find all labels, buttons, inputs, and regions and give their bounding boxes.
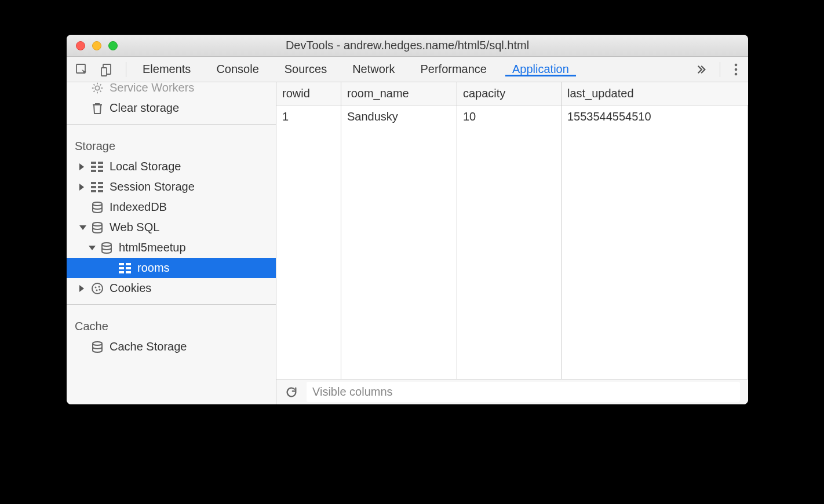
data-grid-header: rowid room_name capacity last_updated xyxy=(276,82,748,105)
svg-rect-15 xyxy=(91,186,96,188)
sidebar-label: Local Storage xyxy=(110,160,181,173)
sidebar-item-database[interactable]: html5meetup xyxy=(67,238,276,258)
table-icon xyxy=(119,262,132,275)
svg-rect-8 xyxy=(98,162,103,164)
data-grid-body: 1 Sandusky 10 1553544554510 xyxy=(276,105,748,379)
svg-rect-9 xyxy=(91,166,96,168)
column-header-last-updated[interactable]: last_updated xyxy=(562,82,748,105)
svg-rect-18 xyxy=(98,190,103,192)
maximize-window-button[interactable] xyxy=(108,41,118,50)
column-header-rowid[interactable]: rowid xyxy=(276,82,341,105)
sidebar-label: Clear storage xyxy=(110,101,179,115)
svg-point-6 xyxy=(95,86,99,90)
svg-point-20 xyxy=(93,222,102,226)
visible-columns-input[interactable] xyxy=(307,382,740,402)
sidebar-label: Service Workers xyxy=(110,82,194,94)
sidebar-item-session-storage[interactable]: Session Storage xyxy=(67,177,276,197)
svg-point-3 xyxy=(735,63,738,66)
column-header-room-name[interactable]: room_name xyxy=(341,82,457,105)
svg-rect-22 xyxy=(119,263,124,265)
tab-elements[interactable]: Elements xyxy=(130,63,203,76)
table-icon xyxy=(91,160,104,173)
svg-point-4 xyxy=(735,68,738,71)
column-header-capacity[interactable]: capacity xyxy=(457,82,562,105)
sidebar-label: IndexedDB xyxy=(110,200,167,214)
sidebar-divider xyxy=(67,124,276,125)
svg-rect-27 xyxy=(126,271,131,273)
data-panel: rowid room_name capacity last_updated 1 … xyxy=(276,82,748,404)
cookie-icon xyxy=(91,282,104,295)
cell-capacity[interactable]: 10 xyxy=(457,105,562,379)
svg-point-33 xyxy=(93,342,102,345)
svg-rect-16 xyxy=(98,186,103,188)
sidebar-item-cache-storage[interactable]: Cache Storage xyxy=(67,337,276,357)
sidebar-item-clear-storage[interactable]: Clear storage xyxy=(67,98,276,118)
sidebar-divider xyxy=(67,304,276,305)
svg-point-32 xyxy=(99,288,101,290)
svg-point-29 xyxy=(95,286,97,288)
svg-point-31 xyxy=(96,289,98,291)
devtools-window: DevTools - andrew.hedges.name/html5/sql.… xyxy=(67,35,748,404)
tab-network[interactable]: Network xyxy=(340,63,407,76)
sidebar-heading-storage: Storage xyxy=(67,130,276,156)
sidebar-heading-cache: Cache xyxy=(67,311,276,337)
device-toolbar-icon[interactable] xyxy=(99,61,115,78)
more-tabs-icon[interactable] xyxy=(685,63,716,76)
application-sidebar: Service Workers Clear storage Storage Lo… xyxy=(67,82,276,404)
svg-point-28 xyxy=(92,283,103,294)
settings-menu-icon[interactable] xyxy=(724,63,748,76)
sidebar-item-service-workers[interactable]: Service Workers xyxy=(67,82,276,98)
trash-icon xyxy=(91,102,104,115)
svg-rect-10 xyxy=(98,166,103,168)
svg-rect-23 xyxy=(126,263,131,265)
svg-rect-7 xyxy=(91,162,96,164)
collapse-arrow-icon xyxy=(89,246,96,250)
sidebar-item-local-storage[interactable]: Local Storage xyxy=(67,156,276,177)
minimize-window-button[interactable] xyxy=(92,41,101,50)
sidebar-item-cookies[interactable]: Cookies xyxy=(67,278,276,298)
cell-rowid[interactable]: 1 xyxy=(276,105,341,379)
sidebar-item-web-sql[interactable]: Web SQL xyxy=(67,217,276,238)
sidebar-label: html5meetup xyxy=(119,241,186,254)
table-icon xyxy=(91,181,104,193)
content-area: Service Workers Clear storage Storage Lo… xyxy=(67,82,748,404)
tab-application[interactable]: Application xyxy=(499,63,582,76)
svg-rect-14 xyxy=(98,182,103,184)
sidebar-label: Web SQL xyxy=(110,221,159,234)
expand-arrow-icon xyxy=(79,163,84,170)
inspect-element-icon[interactable] xyxy=(74,61,90,78)
titlebar: DevTools - andrew.hedges.name/html5/sql.… xyxy=(67,35,748,57)
gear-icon xyxy=(91,82,104,94)
refresh-button[interactable] xyxy=(285,385,298,399)
close-window-button[interactable] xyxy=(76,41,85,50)
svg-rect-2 xyxy=(101,68,107,76)
tab-sources[interactable]: Sources xyxy=(272,63,340,76)
toolbar-divider-2 xyxy=(720,62,720,77)
svg-point-30 xyxy=(99,286,100,287)
sidebar-label: rooms xyxy=(137,261,170,275)
svg-rect-24 xyxy=(119,267,124,269)
database-icon xyxy=(91,221,104,234)
sidebar-label: Session Storage xyxy=(110,180,195,193)
svg-rect-26 xyxy=(119,271,124,273)
toolbar-divider xyxy=(126,62,126,77)
svg-rect-11 xyxy=(91,170,96,172)
sidebar-item-indexeddb[interactable]: IndexedDB xyxy=(67,197,276,217)
sidebar-label: Cookies xyxy=(110,282,151,295)
cell-room-name[interactable]: Sandusky xyxy=(341,105,457,379)
database-icon xyxy=(100,242,113,254)
window-title: DevTools - andrew.hedges.name/html5/sql.… xyxy=(67,39,748,52)
database-icon xyxy=(91,201,104,214)
svg-rect-13 xyxy=(91,182,96,184)
svg-point-19 xyxy=(93,202,102,206)
sidebar-item-table-rooms[interactable]: rooms xyxy=(67,258,276,278)
tab-performance[interactable]: Performance xyxy=(408,63,500,76)
window-controls xyxy=(76,41,118,50)
database-icon xyxy=(91,341,104,353)
tab-console[interactable]: Console xyxy=(203,63,271,76)
expand-arrow-icon xyxy=(79,184,84,191)
data-grid-footer xyxy=(276,379,748,404)
devtools-toolbar: Elements Console Sources Network Perform… xyxy=(67,57,748,82)
cell-last-updated[interactable]: 1553544554510 xyxy=(562,105,748,379)
svg-rect-17 xyxy=(91,190,96,192)
